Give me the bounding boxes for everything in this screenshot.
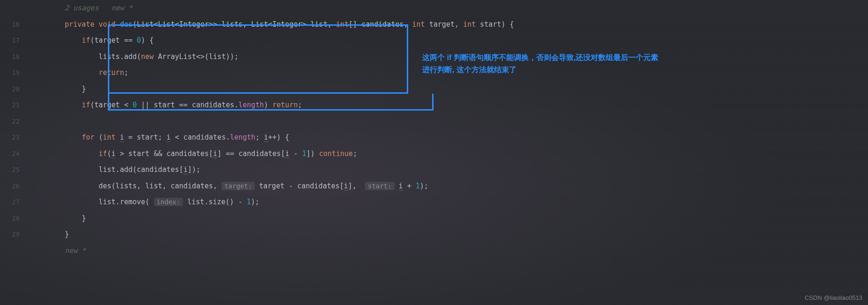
code-line: [28, 113, 868, 130]
line-number: 18: [0, 49, 20, 65]
code-line: list.remove( index: list.size() - 1);: [28, 194, 868, 210]
code-line: }: [28, 210, 868, 227]
line-number: 23: [0, 129, 20, 146]
param-hint-index: index:: [154, 198, 183, 206]
line-number: 22: [0, 113, 20, 130]
code-content[interactable]: 2 usages new * private void des(List<Lis…: [28, 0, 868, 305]
code-editor[interactable]: 16 17 18 19 20 21 22 23 24 25 26 27 28 2…: [0, 0, 868, 305]
code-line: private void des(List<List<Integer>> lis…: [28, 16, 868, 33]
line-number: 16: [0, 16, 20, 33]
code-line: }: [28, 81, 868, 97]
annotation-text: 这两个 if 判断语句顺序不能调换，否则会导致,还没对数组最后一个元素 进行判断…: [422, 52, 658, 76]
code-line: if(target < 0 || start == candidates.len…: [28, 97, 868, 113]
code-line: des(lists, list, candidates, target: tar…: [28, 178, 868, 194]
code-line: list.add(candidates[i]);: [28, 162, 868, 178]
line-number: 26: [0, 178, 20, 194]
line-number: 24: [0, 146, 20, 162]
code-line: for (int i = start; i < candidates.lengt…: [28, 129, 868, 146]
line-number: 21: [0, 97, 20, 113]
line-number: 17: [0, 32, 20, 49]
param-hint-target: target:: [221, 182, 255, 190]
line-number: 19: [0, 65, 20, 81]
usage-hint: new *: [28, 243, 868, 259]
line-number: 27: [0, 194, 20, 210]
line-number: 20: [0, 81, 20, 97]
line-number: 25: [0, 162, 20, 178]
watermark: CSDN @liaoliao0513: [805, 294, 862, 301]
line-number: 28: [0, 210, 20, 227]
line-number: 29: [0, 226, 20, 243]
code-line: if(i > start && candidates[i] == candida…: [28, 146, 868, 162]
code-line: }: [28, 226, 868, 243]
usage-hint: 2 usages new *: [28, 0, 868, 16]
code-line: if(target == 0) {: [28, 32, 868, 49]
line-gutter: 16 17 18 19 20 21 22 23 24 25 26 27 28 2…: [0, 0, 28, 305]
param-hint-start: start:: [365, 182, 395, 190]
